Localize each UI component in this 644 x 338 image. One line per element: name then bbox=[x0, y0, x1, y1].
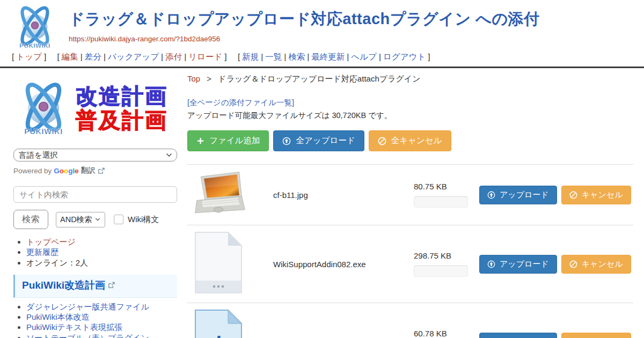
nav-group-top: [トップ] bbox=[11, 52, 47, 61]
plus-icon bbox=[196, 137, 204, 145]
nav-item-list[interactable]: 一覧 bbox=[265, 52, 282, 61]
list-item: トップページ bbox=[26, 237, 177, 247]
upload-queue-list: cf-b11.jpg 80.75 KB アップロード キャンセル bbox=[187, 164, 633, 338]
sidebar-item-text-ext[interactable]: PukiWikiテキスト表現拡張 bbox=[26, 322, 122, 332]
list-item: ダジャレンジャー版共通ファイル bbox=[26, 302, 177, 312]
ban-circle-icon bbox=[378, 137, 386, 145]
nav-group-global: [新規|一覧|検索|最終更新|ヘルプ|ログアウト] bbox=[237, 52, 431, 61]
upload-circle-icon bbox=[282, 137, 291, 145]
pukiwiki-atom-logo-icon[interactable] bbox=[11, 3, 59, 51]
breadcrumb-current: ドラッグ＆ドロップアップロード対応attachプラグイン bbox=[218, 74, 420, 83]
cancel-button[interactable]: キャンセル bbox=[561, 255, 631, 274]
wiki-syntax-checkbox[interactable] bbox=[114, 215, 123, 224]
file-size: 60.78 KB bbox=[414, 329, 479, 338]
all-attachments-link[interactable]: [全ページの添付ファイル一覧] bbox=[187, 98, 294, 108]
file-name: WikiSupportAddin082.exe bbox=[273, 260, 414, 269]
page-header: ドラッグ＆ドロップアップロード対応attachプラグイン への添付 https:… bbox=[0, 0, 644, 52]
site-search-input[interactable] bbox=[13, 186, 177, 203]
upload-circle-icon bbox=[487, 191, 495, 199]
nav-item-backup[interactable]: バックアップ bbox=[108, 52, 159, 61]
list-item: ソートテーブル（表）プラグイン bbox=[26, 333, 177, 338]
upload-progress-bar bbox=[414, 265, 468, 277]
list-item: 更新履歴 bbox=[26, 247, 177, 257]
upload-all-button[interactable]: 全アップロード bbox=[273, 130, 364, 151]
external-link-icon bbox=[98, 167, 105, 174]
nav-item-attach[interactable]: 添付 bbox=[165, 52, 182, 61]
file-size: 298.75 KB bbox=[414, 251, 479, 260]
html-code-file-icon: </> bbox=[192, 308, 245, 338]
sidebar: 改造計画 普及計画 言語を選択 Powered by Google 翻訳 検索 bbox=[0, 68, 185, 338]
sidebar-link-list-plugins: ダジャレンジャー版共通ファイル PukiWiki本体改造 PukiWikiテキス… bbox=[13, 302, 177, 338]
file-row: cf-b11.jpg 80.75 KB アップロード キャンセル bbox=[187, 165, 633, 225]
upload-button[interactable]: アップロード bbox=[479, 186, 557, 204]
pukiwiki-attach-page: ドラッグ＆ドロップアップロード対応attachプラグイン への添付 https:… bbox=[0, 0, 644, 338]
generic-file-icon bbox=[192, 231, 245, 295]
top-navigation: [トップ] [編集|差分|バックアップ|添付|リロード] [新規|一覧|検索|最… bbox=[0, 52, 644, 64]
nav-item-search[interactable]: 検索 bbox=[288, 52, 305, 61]
sidebar-item-sort-table[interactable]: ソートテーブル（表）プラグイン bbox=[26, 333, 149, 338]
ban-circle-icon bbox=[569, 260, 577, 268]
breadcrumb: Top > ドラッグ＆ドロップアップロード対応attachプラグイン bbox=[187, 74, 633, 84]
online-users-count: オンライン：2人 bbox=[26, 258, 88, 267]
powered-by-google-translate: Powered by Google 翻訳 bbox=[13, 166, 177, 175]
nav-item-reload[interactable]: リロード bbox=[188, 52, 222, 61]
sidebar-item-recent-changes[interactable]: 更新履歴 bbox=[26, 247, 58, 256]
upload-circle-icon bbox=[487, 260, 495, 268]
external-link-icon bbox=[108, 282, 115, 289]
sidebar-item-toppage[interactable]: トップページ bbox=[26, 237, 76, 246]
cancel-button[interactable]: キャンセル bbox=[561, 333, 631, 338]
list-item: オンライン：2人 bbox=[26, 258, 177, 268]
nav-item-help[interactable]: ヘルプ bbox=[351, 52, 377, 61]
nav-group-edit: [編集|差分|バックアップ|添付|リロード] bbox=[56, 52, 228, 61]
file-size: 80.75 KB bbox=[414, 182, 479, 191]
main-content: Top > ドラッグ＆ドロップアップロード対応attachプラグイン [全ページ… bbox=[185, 68, 644, 338]
file-row: WikiSupportAddin082.exe 298.75 KB アップロード… bbox=[187, 225, 633, 303]
page-title: ドラッグ＆ドロップアップロード対応attachプラグイン への添付 bbox=[69, 9, 644, 30]
sidebar-link-list-top: トップページ 更新履歴 オンライン：2人 bbox=[13, 237, 177, 268]
svg-text:</>: </> bbox=[200, 332, 235, 338]
nav-item-recent[interactable]: 最終更新 bbox=[311, 52, 345, 61]
file-row: </> contents.html 60.78 KB アップロード bbox=[187, 303, 633, 338]
nav-item-top[interactable]: トップ bbox=[16, 52, 42, 61]
banner-line-kaizou: 改造計画 bbox=[76, 84, 168, 108]
bulk-action-buttons: ファイル追加 全アップロード 全キャンセル bbox=[187, 130, 633, 151]
sidebar-item-core-mod[interactable]: PukiWiki本体改造 bbox=[26, 312, 90, 321]
add-file-button[interactable]: ファイル追加 bbox=[187, 130, 269, 151]
list-item: PukiWiki本体改造 bbox=[26, 312, 177, 322]
pukiwiki-atom-logo-icon bbox=[13, 78, 74, 138]
nav-item-new[interactable]: 新規 bbox=[242, 52, 259, 61]
and-search-select[interactable]: AND検索 bbox=[56, 212, 105, 227]
list-item: PukiWikiテキスト表現拡張 bbox=[26, 322, 177, 332]
upload-button[interactable]: アップロード bbox=[479, 255, 557, 274]
sidebar-section-header: PukiWiki改造計画 bbox=[13, 275, 177, 298]
nav-item-diff[interactable]: 差分 bbox=[85, 52, 101, 61]
upload-progress-bar bbox=[414, 196, 468, 208]
laptop-photo-thumbnail bbox=[192, 170, 248, 217]
max-upload-size-text: アップロード可能最大ファイルサイズは 30,720KB です。 bbox=[187, 111, 633, 121]
sidebar-section-title-link[interactable]: PukiWiki改造計画 bbox=[22, 278, 105, 292]
page-url[interactable]: https://pukiwiki.dajya-ranger.com/?1bd2d… bbox=[69, 35, 644, 43]
banner-line-fukyuu: 普及計画 bbox=[76, 108, 168, 133]
nav-item-edit[interactable]: 編集 bbox=[62, 52, 78, 61]
cancel-button[interactable]: キャンセル bbox=[561, 186, 631, 204]
sidebar-banner[interactable]: 改造計画 普及計画 bbox=[13, 77, 177, 140]
search-button[interactable]: 検索 bbox=[13, 210, 48, 229]
upload-button[interactable]: アップロード bbox=[479, 333, 557, 338]
file-name: cf-b11.jpg bbox=[273, 190, 414, 200]
language-select[interactable]: 言語を選択 bbox=[13, 149, 177, 161]
wiki-syntax-label: Wiki構文 bbox=[128, 215, 159, 225]
breadcrumb-home-link[interactable]: Top bbox=[187, 74, 200, 83]
sidebar-item-common-files[interactable]: ダジャレンジャー版共通ファイル bbox=[26, 302, 149, 311]
google-logo-text: Google bbox=[54, 167, 79, 175]
cancel-all-button[interactable]: 全キャンセル bbox=[369, 130, 451, 151]
nav-item-logout[interactable]: ログアウト bbox=[383, 52, 426, 61]
ban-circle-icon bbox=[569, 191, 577, 199]
